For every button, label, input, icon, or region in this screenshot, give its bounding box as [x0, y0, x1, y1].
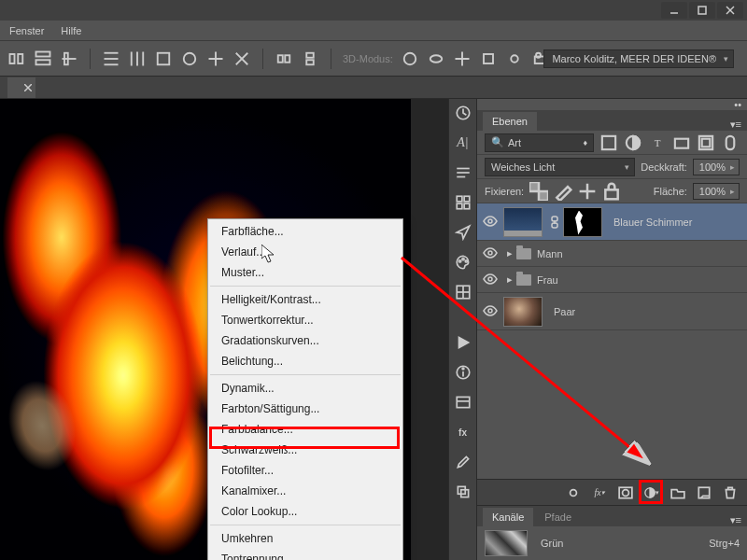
- 3d-icon-2[interactable]: [427, 49, 445, 68]
- tab-kanaele[interactable]: Kanäle: [483, 508, 533, 526]
- fill-input[interactable]: 100%: [693, 183, 740, 200]
- dist-icon-3[interactable]: [154, 49, 173, 68]
- menu-item[interactable]: Muster...: [208, 262, 402, 283]
- filter-adjust-icon[interactable]: [624, 133, 642, 152]
- history-panel-icon[interactable]: [455, 105, 472, 121]
- tab-ebenen[interactable]: Ebenen: [483, 112, 537, 131]
- layer-paar[interactable]: Paar: [477, 293, 747, 330]
- character-panel-icon[interactable]: A|: [455, 134, 472, 151]
- menu-item[interactable]: Kanalmixer...: [208, 481, 402, 501]
- menu-item[interactable]: Gradationskurven...: [208, 330, 402, 351]
- paragraph-panel-icon[interactable]: [455, 164, 472, 181]
- layer-name[interactable]: Blauer Schimmer: [613, 217, 692, 228]
- canvas-area[interactable]: Farbfläche...Verlauf...Muster...Helligke…: [0, 99, 448, 560]
- lock-all-icon[interactable]: [602, 182, 621, 201]
- layer-name[interactable]: Paar: [554, 306, 575, 317]
- menu-fenster[interactable]: Fenster: [9, 25, 44, 36]
- opacity-input[interactable]: 100%: [693, 159, 740, 175]
- auto-icon-2[interactable]: [301, 49, 319, 68]
- actions-panel-icon[interactable]: [455, 334, 472, 351]
- link-icon[interactable]: [548, 214, 561, 231]
- auto-icon-1[interactable]: [275, 49, 293, 68]
- dist-icon-4[interactable]: [180, 49, 199, 68]
- visibility-icon[interactable]: [483, 247, 498, 260]
- 3d-icon-5[interactable]: [505, 49, 524, 68]
- menu-item[interactable]: Belichtung...: [208, 351, 402, 371]
- visibility-icon[interactable]: [483, 216, 498, 229]
- swatches-panel-icon[interactable]: [455, 194, 472, 211]
- layer-name[interactable]: Frau: [537, 274, 558, 286]
- menu-item[interactable]: Fotofilter...: [208, 460, 402, 481]
- menu-item[interactable]: Tontrennung...: [208, 549, 402, 560]
- filter-type-icon[interactable]: T: [648, 133, 667, 152]
- channel-shortcut: Strg+4: [709, 538, 740, 549]
- menu-item[interactable]: Color Lookup...: [208, 501, 402, 522]
- collapse-icon[interactable]: ••: [734, 99, 741, 110]
- lock-transparent-icon[interactable]: [529, 182, 548, 201]
- dist-icon-5[interactable]: [206, 49, 225, 68]
- delete-layer-icon[interactable]: [723, 485, 738, 500]
- layer-thumbnail[interactable]: [503, 297, 543, 327]
- dist-icon-2[interactable]: [128, 49, 147, 68]
- brush-panel-icon[interactable]: [455, 454, 472, 470]
- navigator-panel-icon[interactable]: [455, 224, 472, 241]
- blend-mode-select[interactable]: Weiches Licht: [485, 158, 635, 176]
- minimize-button[interactable]: [661, 2, 687, 19]
- layer-thumbnail[interactable]: [503, 207, 543, 237]
- tab-pfade[interactable]: Pfade: [535, 508, 581, 526]
- panel-menu-icon[interactable]: ▾≡: [730, 514, 741, 526]
- close-icon[interactable]: [24, 82, 32, 93]
- svg-point-63: [488, 251, 492, 255]
- layer-filter-select[interactable]: 🔍 Art ♦: [485, 133, 594, 152]
- maximize-button[interactable]: [689, 2, 715, 19]
- 3d-icon-3[interactable]: [453, 49, 472, 68]
- menu-hilfe[interactable]: Hilfe: [61, 25, 81, 36]
- filter-shape-icon[interactable]: [672, 133, 691, 152]
- menu-item[interactable]: Farbton/Sättigung...: [208, 399, 402, 419]
- align-icon-3[interactable]: [60, 49, 78, 68]
- properties-panel-icon[interactable]: [455, 394, 472, 411]
- svg-point-24: [511, 55, 518, 63]
- disclosure-icon[interactable]: ▸: [503, 273, 516, 286]
- disclosure-icon[interactable]: ▸: [503, 247, 516, 259]
- new-group-icon[interactable]: [670, 485, 685, 500]
- filter-smart-icon[interactable]: [697, 133, 715, 152]
- 3d-icon-4[interactable]: [479, 49, 498, 68]
- styles-panel-icon[interactable]: fx: [455, 424, 472, 441]
- menu-item[interactable]: Dynamik...: [208, 378, 402, 399]
- filter-toggle[interactable]: [721, 133, 740, 152]
- menu-item[interactable]: Verlauf...: [208, 242, 402, 262]
- lock-position-icon[interactable]: [578, 182, 597, 201]
- layer-blauer-schimmer[interactable]: Blauer Schimmer: [477, 203, 747, 241]
- visibility-icon[interactable]: [483, 305, 498, 318]
- layer-frau[interactable]: ▸ Frau: [477, 267, 747, 293]
- close-button[interactable]: [717, 2, 743, 19]
- align-icon-2[interactable]: [34, 49, 52, 68]
- dist-icon-1[interactable]: [102, 49, 120, 68]
- color-panel-icon[interactable]: [455, 254, 472, 271]
- credit-dropdown[interactable]: Marco Kolditz, MEER DER IDEEN®: [543, 49, 734, 68]
- menu-item[interactable]: Helligkeit/Kontrast...: [208, 289, 402, 310]
- align-icon-1[interactable]: [7, 49, 26, 68]
- adjustments-panel-icon[interactable]: [455, 284, 472, 301]
- fx-icon[interactable]: fx▾: [592, 485, 607, 500]
- filter-pixel-icon[interactable]: [599, 133, 618, 152]
- menu-item[interactable]: Tonwertkorrektur...: [208, 310, 402, 330]
- document-tab[interactable]: [7, 77, 35, 98]
- mask-icon[interactable]: [618, 485, 633, 500]
- new-layer-icon[interactable]: [697, 485, 712, 500]
- visibility-icon[interactable]: [483, 273, 498, 287]
- panel-menu-icon[interactable]: ▾≡: [730, 119, 741, 131]
- 3d-icon-1[interactable]: [401, 49, 419, 68]
- layer-mann[interactable]: ▸ Mann: [477, 241, 747, 267]
- menu-item[interactable]: Farbfläche...: [208, 221, 402, 242]
- menu-item[interactable]: Umkehren: [208, 528, 402, 549]
- dist-icon-6[interactable]: [233, 49, 251, 68]
- info-panel-icon[interactable]: [455, 364, 472, 381]
- lock-pixels-icon[interactable]: [554, 182, 572, 201]
- layer-mask-thumbnail[interactable]: [563, 207, 602, 237]
- clone-panel-icon[interactable]: [455, 483, 472, 500]
- channel-row[interactable]: Grün Strg+4: [477, 526, 747, 560]
- link-layers-icon[interactable]: [566, 485, 581, 500]
- layer-name[interactable]: Mann: [537, 248, 563, 259]
